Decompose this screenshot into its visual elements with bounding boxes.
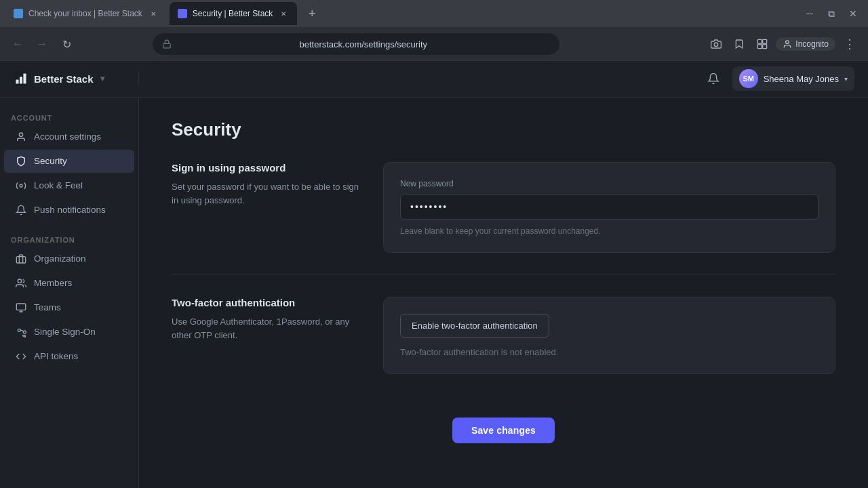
svg-point-12: [20, 184, 22, 187]
svg-point-18: [24, 335, 26, 337]
password-section: Sign in using password Set your password…: [172, 162, 835, 275]
avatar-initials: SM: [743, 75, 754, 83]
svg-rect-3: [763, 39, 767, 43]
close-button[interactable]: ✕: [844, 4, 863, 23]
sso-icon: [15, 326, 27, 338]
forward-button[interactable]: →: [33, 35, 52, 54]
lock-icon: [162, 39, 172, 49]
sidebar-item-organization[interactable]: Organization: [4, 247, 134, 270]
sidebar-item-api-tokens[interactable]: API tokens: [4, 345, 134, 368]
svg-point-17: [23, 331, 26, 333]
two-factor-section: Two-factor authentication Use Google Aut…: [172, 297, 835, 396]
tab-1-label: Check your inbox | Better Stack: [28, 9, 142, 18]
logo-dropdown-icon[interactable]: ▾: [100, 74, 104, 83]
incognito-text: Incognito: [795, 39, 829, 49]
api-tokens-label: API tokens: [34, 351, 78, 361]
enable-2fa-label: Enable two-factor authentication: [412, 321, 538, 331]
user-menu[interactable]: SM Sheena May Jones ▾: [732, 66, 854, 91]
app-body: ACCOUNT Account settings Security: [0, 98, 868, 488]
browser-menu-button[interactable]: ⋮: [840, 34, 860, 54]
svg-point-14: [18, 279, 21, 283]
svg-rect-8: [16, 80, 18, 84]
back-button[interactable]: ←: [8, 35, 27, 54]
header-right: SM Sheena May Jones ▾: [703, 66, 854, 91]
svg-rect-15: [16, 304, 25, 310]
logo-icon: [14, 71, 28, 86]
two-factor-section-title: Two-factor authentication: [172, 297, 361, 308]
title-bar: Check your inbox | Better Stack ✕ Securi…: [0, 0, 868, 27]
camera-icon[interactable]: [707, 35, 726, 54]
app-header: Better Stack ▾ SM Sheena May Jones ▾: [0, 61, 868, 98]
incognito-badge: Incognito: [776, 37, 835, 51]
organization-label: Organization: [34, 253, 86, 264]
svg-rect-4: [758, 45, 762, 49]
svg-point-1: [715, 43, 718, 46]
password-section-title: Sign in using password: [172, 162, 361, 174]
password-section-info: Sign in using password Set your password…: [172, 162, 361, 253]
account-settings-icon: [15, 131, 27, 143]
two-factor-section-desc: Use Google Authenticator, 1Password, or …: [172, 315, 361, 344]
svg-rect-5: [763, 45, 767, 49]
svg-point-11: [19, 133, 22, 136]
user-name: Sheena May Jones: [764, 74, 839, 84]
bookmark-icon[interactable]: [730, 35, 749, 54]
svg-rect-9: [20, 77, 22, 84]
two-factor-section-info: Two-factor authentication Use Google Aut…: [172, 297, 361, 374]
two-factor-status: Two-factor authentication is not enabled…: [400, 347, 818, 357]
password-hint: Leave blank to keep your current passwor…: [400, 226, 818, 236]
extensions-icon[interactable]: [753, 35, 772, 54]
tab-1[interactable]: Check your inbox | Better Stack ✕: [5, 2, 167, 25]
window-controls: ─ ⧉ ✕: [800, 4, 863, 23]
address-bar-row: ← → ↻ betterstack.com/settings/security: [0, 27, 868, 61]
teams-label: Teams: [34, 302, 61, 312]
sidebar-item-look-feel[interactable]: Look & Feel: [4, 174, 134, 197]
sidebar-section-organization: ORGANIZATION: [0, 230, 138, 247]
tab-1-favicon: [14, 9, 23, 18]
minimize-button[interactable]: ─: [800, 4, 819, 23]
svg-rect-13: [16, 256, 25, 262]
sidebar-item-teams[interactable]: Teams: [4, 296, 134, 319]
new-tab-button[interactable]: +: [302, 4, 321, 23]
sidebar-item-account-settings[interactable]: Account settings: [4, 125, 134, 148]
notification-button[interactable]: [703, 68, 724, 89]
enable-2fa-button[interactable]: Enable two-factor authentication: [400, 314, 549, 338]
push-notifications-icon: [15, 204, 27, 216]
svg-point-6: [786, 41, 789, 44]
reload-button[interactable]: ↻: [57, 35, 76, 54]
svg-rect-10: [23, 74, 26, 84]
sidebar-item-push-notifications[interactable]: Push notifications: [4, 199, 134, 222]
organization-icon: [15, 253, 27, 265]
password-field-label: New password: [400, 179, 818, 188]
tab-2-label: Security | Better Stack: [193, 9, 273, 18]
sidebar-section-account: ACCOUNT: [0, 108, 138, 125]
push-notifications-label: Push notifications: [34, 205, 106, 215]
main-content: Security Sign in using password Set your…: [139, 98, 868, 488]
members-label: Members: [34, 278, 72, 288]
sidebar: ACCOUNT Account settings Security: [0, 98, 139, 488]
password-section-desc: Set your password if you want to be able…: [172, 180, 361, 209]
app-logo[interactable]: Better Stack ▾: [14, 71, 139, 86]
tab-2-close[interactable]: ✕: [278, 8, 289, 19]
api-tokens-icon: [15, 350, 27, 363]
logo-text: Better Stack: [34, 73, 94, 85]
address-text: betterstack.com/settings/security: [177, 39, 550, 49]
save-button[interactable]: Save changes: [452, 418, 555, 443]
page-title: Security: [172, 119, 835, 140]
sidebar-item-security[interactable]: Security: [4, 150, 134, 173]
sidebar-item-members[interactable]: Members: [4, 272, 134, 295]
browser-chrome: Check your inbox | Better Stack ✕ Securi…: [0, 0, 868, 61]
address-bar[interactable]: betterstack.com/settings/security: [153, 33, 559, 55]
tab-2[interactable]: Security | Better Stack ✕: [170, 2, 298, 25]
avatar: SM: [739, 69, 758, 88]
security-icon: [15, 155, 27, 167]
two-factor-section-card: Enable two-factor authentication Two-fac…: [383, 297, 835, 374]
restore-button[interactable]: ⧉: [822, 4, 841, 23]
sidebar-item-sso[interactable]: Single Sign-On: [4, 321, 134, 344]
password-input[interactable]: [400, 194, 818, 220]
save-section: Save changes: [172, 418, 835, 443]
tab-1-close[interactable]: ✕: [148, 8, 159, 19]
sso-label: Single Sign-On: [34, 327, 96, 337]
members-icon: [15, 277, 27, 289]
save-button-label: Save changes: [471, 425, 536, 436]
svg-rect-2: [758, 39, 762, 43]
